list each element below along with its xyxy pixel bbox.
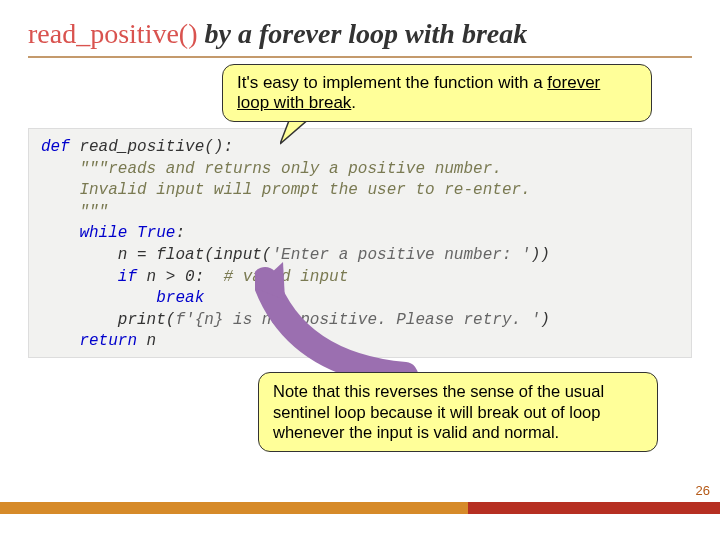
pointer-arrow-icon — [255, 260, 435, 384]
slide-title: read_positive() by a forever loop with b… — [28, 18, 692, 50]
slide: read_positive() by a forever loop with b… — [0, 0, 720, 540]
footer-accent-bar — [0, 502, 720, 514]
callout-bottom-text: Note that this reverses the sense of the… — [273, 382, 604, 441]
title-underline — [28, 56, 692, 58]
callout-bottom: Note that this reverses the sense of the… — [258, 372, 658, 452]
callout-top-text: It's easy to implement the function with… — [237, 73, 547, 92]
title-suffix: by a forever loop with break — [198, 18, 528, 49]
callout-top: It's easy to implement the function with… — [222, 64, 652, 122]
callout-top-tail: . — [351, 93, 356, 112]
title-function-name: read_positive() — [28, 18, 198, 49]
page-number: 26 — [696, 483, 710, 498]
